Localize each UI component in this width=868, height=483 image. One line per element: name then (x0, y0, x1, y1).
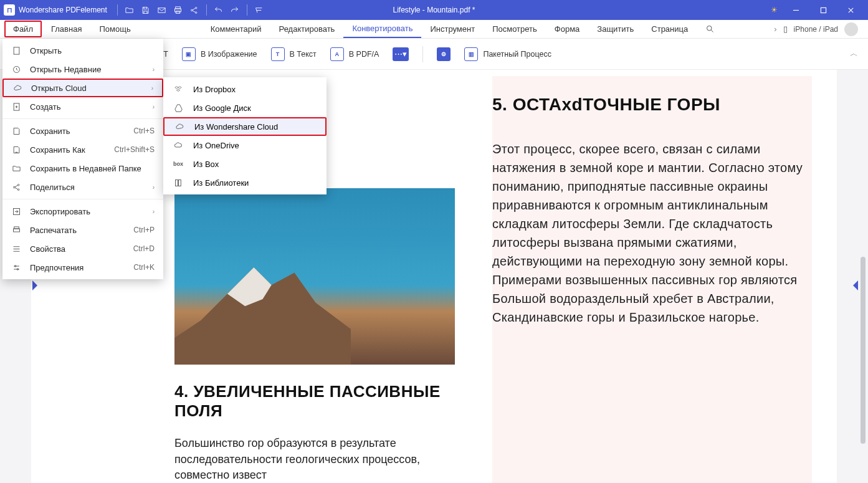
mail-icon[interactable] (154, 2, 170, 18)
theme-icon[interactable]: ☀ (766, 2, 782, 18)
svg-point-14 (13, 186, 15, 188)
menu-preferences[interactable]: Предпочтения Ctrl+K (2, 258, 163, 277)
device-arrow-icon: › (774, 24, 776, 34)
batch-process-label: Пакетный Процесс (483, 50, 551, 59)
separator (422, 46, 423, 62)
google-drive-icon (173, 103, 183, 113)
convert-text-button[interactable]: TВ Текст (271, 47, 317, 61)
export-icon (11, 206, 21, 216)
menu-separator (2, 199, 163, 199)
box-icon: box (173, 159, 183, 169)
avatar[interactable] (844, 22, 858, 36)
svg-rect-0 (158, 7, 165, 12)
cloud-icon (12, 83, 22, 93)
chevron-right-icon: › (153, 208, 155, 215)
print-icon[interactable] (170, 2, 186, 18)
separator (206, 4, 207, 16)
menu-file[interactable]: Файл (4, 21, 42, 37)
undo-icon[interactable] (211, 2, 227, 18)
menu-save-recent-folder[interactable]: Сохранить в Недавней Папке (2, 159, 163, 178)
onedrive-icon (173, 140, 183, 150)
convert-more-button[interactable]: ⋯▾ (393, 47, 409, 61)
heading-5: 5. ОСТАxdТОЧНЫЕ ГОРЫ (492, 95, 812, 115)
menu-print[interactable]: Распечатать Ctrl+P (2, 221, 163, 239)
svg-point-6 (196, 12, 198, 14)
svg-point-16 (17, 189, 19, 191)
menu-open-recent[interactable]: Открыть Недавние › (2, 60, 163, 79)
separator (247, 4, 247, 16)
minimize-button[interactable] (782, 0, 809, 20)
library-icon (173, 178, 183, 188)
tab-page[interactable]: Страница (642, 20, 697, 38)
menu-share[interactable]: Поделиться › (2, 178, 163, 196)
settings-gear-button[interactable]: ⚙ (437, 47, 451, 61)
tab-tool[interactable]: Инструмент (421, 20, 484, 38)
tab-form[interactable]: Форма (546, 20, 589, 38)
folder-clock-icon (11, 163, 21, 173)
svg-point-5 (196, 7, 198, 9)
menu-open[interactable]: Открыть (2, 41, 163, 60)
svg-rect-7 (821, 7, 826, 12)
next-page-handle[interactable] (853, 280, 858, 290)
share-icon[interactable] (186, 2, 203, 18)
svg-rect-3 (176, 11, 180, 13)
collapse-ribbon-icon[interactable]: ︿ (850, 49, 858, 59)
dropbox-icon (173, 84, 183, 94)
menu-home[interactable]: Главная (42, 20, 90, 38)
svg-point-8 (707, 26, 712, 31)
open-folder-icon[interactable] (122, 2, 138, 18)
svg-point-15 (17, 184, 19, 186)
submenu-library[interactable]: Из Библиотеки (163, 173, 327, 192)
body-text-right: Этот процесс, скорее всего, связан с сил… (492, 140, 812, 327)
device-label[interactable]: iPhone / iPad (794, 25, 838, 34)
vertical-scrollbar[interactable] (861, 257, 866, 444)
menu-properties[interactable]: Свойства Ctrl+D (2, 239, 163, 258)
plus-file-icon (11, 102, 21, 112)
tab-comment[interactable]: Комментарий (202, 20, 270, 38)
submenu-wondershare-cloud[interactable]: Из Wondershare Cloud (163, 117, 327, 136)
submenu-box[interactable]: box Из Box (163, 155, 327, 173)
chevron-right-icon: › (153, 66, 155, 73)
convert-pdfa-button[interactable]: AВ PDF/A (330, 47, 379, 61)
svg-rect-11 (14, 47, 19, 54)
submenu-dropbox[interactable]: Из Dropbox (163, 80, 327, 98)
print-icon (11, 225, 21, 235)
search-icon[interactable] (697, 20, 723, 38)
batch-process-button[interactable]: ▥Пакетный Процесс (464, 47, 551, 61)
svg-rect-23 (178, 179, 181, 186)
tab-protect[interactable]: Защитить (588, 20, 642, 38)
convert-text-label: В Текст (290, 50, 317, 59)
save-icon[interactable] (138, 2, 154, 18)
menu-create[interactable]: Создать › (2, 97, 163, 116)
properties-icon (11, 244, 21, 254)
convert-pdfa-label: В PDF/A (349, 50, 379, 59)
submenu-google-drive[interactable]: Из Google Диск (163, 98, 327, 117)
maximize-button[interactable] (809, 0, 837, 20)
submenu-onedrive[interactable]: Из OneDrive (163, 136, 327, 155)
file-icon (11, 45, 21, 55)
dropdown-icon[interactable] (251, 2, 267, 18)
menu-export[interactable]: Экспортировать › (2, 202, 163, 221)
convert-image-label: В Изображение (201, 50, 257, 59)
svg-point-4 (191, 9, 193, 11)
tab-edit[interactable]: Редактировать (270, 20, 344, 38)
menu-save[interactable]: Сохранить Ctrl+S (2, 122, 163, 140)
file-menu-dropdown: Открыть Открыть Недавние › Открыть Cloud… (2, 39, 163, 279)
save-as-icon (11, 145, 21, 155)
redo-icon[interactable] (227, 2, 243, 18)
close-button[interactable] (837, 0, 864, 20)
chevron-right-icon: › (153, 184, 155, 191)
device-icon[interactable]: ▯ (783, 24, 788, 34)
mountain-image (174, 188, 455, 365)
menu-open-cloud[interactable]: Открыть Cloud › (2, 79, 163, 97)
tab-convert[interactable]: Конвертировать (343, 20, 421, 38)
menu-separator (2, 118, 163, 119)
sliders-icon (11, 262, 21, 272)
body-text-left: Большинство гор образуются в результате … (174, 436, 455, 483)
menu-help[interactable]: Помощь (90, 20, 139, 38)
menu-save-as[interactable]: Сохранить Как Ctrl+Shift+S (2, 140, 163, 159)
convert-image-button[interactable]: ▣В Изображение (182, 47, 257, 61)
chevron-right-icon: › (151, 85, 153, 92)
share-icon (11, 182, 21, 192)
tab-view[interactable]: Посмотреть (484, 20, 546, 38)
